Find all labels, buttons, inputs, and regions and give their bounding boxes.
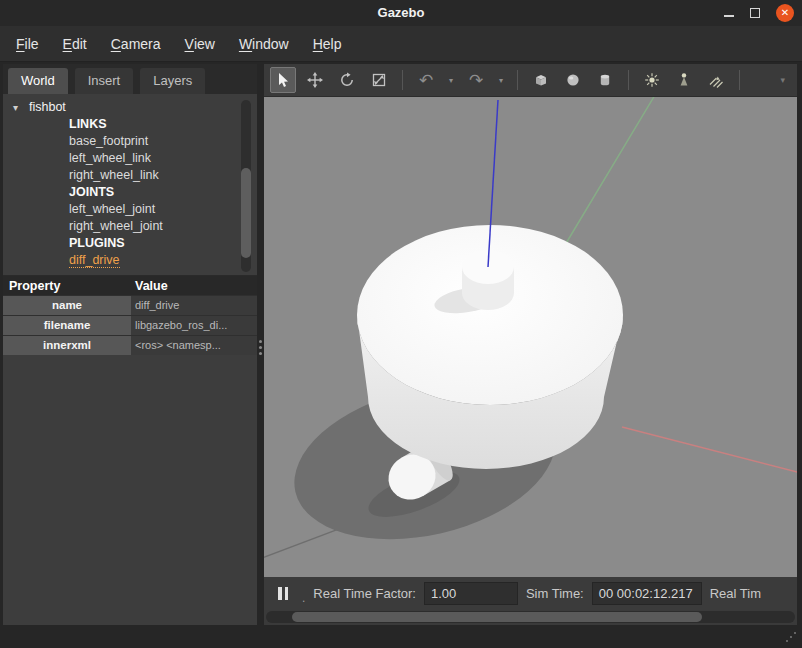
spot-light-button[interactable] (671, 67, 697, 93)
menu-edit-label: dit (72, 36, 87, 52)
table-row[interactable]: name diff_drive (3, 295, 257, 315)
insert-box-button[interactable] (528, 67, 554, 93)
menu-file[interactable]: File (4, 26, 51, 61)
tree-label: JOINTS (69, 185, 114, 199)
tree-item-fishbot[interactable]: ▾ fishbot (3, 99, 257, 116)
menu-help-label: elp (323, 36, 342, 52)
point-light-button[interactable] (639, 67, 665, 93)
tree-label: PLUGINS (69, 236, 125, 250)
toolbar-separator (739, 70, 740, 90)
tree-scrollbar-handle[interactable] (241, 168, 251, 258)
menu-file-label: ile (25, 36, 39, 52)
redo-button[interactable]: ↷ (463, 67, 489, 93)
tab-layers[interactable]: Layers (140, 68, 205, 94)
property-table: Property Value name diff_drive filename … (3, 275, 257, 355)
toolbar-separator (628, 70, 629, 90)
sim-time-label: Sim Time: (526, 586, 584, 601)
insert-cylinder-button[interactable] (592, 67, 618, 93)
property-name-cell: filename (3, 316, 131, 335)
menu-help-mnemonic: H (313, 36, 323, 52)
property-name-cell: innerxml (3, 336, 131, 355)
tree-item-left-wheel-joint[interactable]: left_wheel_joint (3, 201, 257, 218)
tab-world[interactable]: World (8, 68, 68, 94)
menu-view-mnemonic: V (185, 36, 194, 52)
tree-label: base_footprint (69, 134, 148, 148)
tree-label: right_wheel_joint (69, 219, 163, 233)
menu-edit-mnemonic: E (63, 36, 72, 52)
titlebar[interactable]: Gazebo ✕ (0, 0, 802, 26)
tree-label: diff_drive (69, 253, 120, 268)
property-column-header: Property (3, 279, 131, 293)
tree-item-plugins[interactable]: PLUGINS (3, 235, 257, 252)
tree-item-base-footprint[interactable]: base_footprint (3, 133, 257, 150)
rtf-label: Real Time Factor: (313, 586, 416, 601)
window-controls: ✕ (724, 0, 794, 26)
pause-icon (278, 587, 282, 600)
close-icon[interactable]: ✕ (776, 4, 794, 22)
tree-item-diff-drive[interactable]: diff_drive (3, 252, 257, 269)
table-row[interactable]: filename libgazebo_ros_di... (3, 315, 257, 335)
menu-view[interactable]: View (173, 26, 227, 61)
menu-edit[interactable]: Edit (51, 26, 99, 61)
pause-button[interactable] (272, 584, 294, 604)
rotate-icon (339, 72, 355, 88)
menu-help[interactable]: Help (301, 26, 354, 61)
tree-label: LINKS (69, 117, 107, 131)
table-row[interactable]: innerxml <ros> <namesp... (3, 335, 257, 355)
translate-tool-button[interactable] (302, 67, 328, 93)
menu-window[interactable]: Window (227, 26, 301, 61)
menu-camera-mnemonic: C (111, 36, 121, 52)
property-name-cell: name (3, 296, 131, 315)
tree-item-left-wheel-link[interactable]: left_wheel_link (3, 150, 257, 167)
gazebo-window: Gazebo ✕ File Edit Camera View Window He… (0, 0, 802, 648)
sim-time-value-field[interactable]: 00 00:02:12.217 (592, 582, 702, 605)
menu-view-label: iew (194, 36, 215, 52)
redo-menu-button[interactable]: ▾ (495, 76, 507, 85)
spot-light-icon (676, 72, 692, 88)
toolbar-separator (402, 70, 403, 90)
simulation-status-bar: . Real Time Factor: 1.00 Sim Time: 00 00… (264, 577, 797, 610)
undo-button[interactable]: ↶ (413, 67, 439, 93)
menubar: File Edit Camera View Window Help (0, 26, 802, 62)
maximize-icon[interactable] (750, 8, 760, 18)
cylinder-icon (597, 72, 613, 88)
viewport-toolbar: ↶ ▾ ↷ ▾ ▾ (264, 64, 797, 97)
minimize-icon[interactable] (724, 15, 734, 17)
undo-icon: ↶ (419, 72, 433, 89)
insert-sphere-button[interactable] (560, 67, 586, 93)
splitter-grip-icon (259, 340, 262, 343)
directional-light-button[interactable] (703, 67, 729, 93)
sphere-icon (565, 72, 581, 88)
scale-tool-button[interactable] (366, 67, 392, 93)
step-button[interactable]: . (302, 591, 305, 605)
tree-label: left_wheel_link (69, 151, 151, 165)
panel-splitter[interactable] (257, 64, 264, 625)
tree-item-right-wheel-link[interactable]: right_wheel_link (3, 167, 257, 184)
expand-arrow-icon[interactable]: ▾ (13, 99, 18, 116)
tree-item-fishbot-label: fishbot (29, 100, 66, 114)
rtf-value-field[interactable]: 1.00 (424, 582, 518, 605)
scale-icon (371, 72, 387, 88)
horizontal-scrollbar-handle[interactable] (292, 612, 702, 622)
menu-camera[interactable]: Camera (99, 26, 173, 61)
select-arrow-icon (275, 72, 291, 88)
viewport-horizontal-scrollbar[interactable] (266, 611, 795, 623)
window-resize-grip[interactable] (784, 630, 798, 644)
tree-label: right_wheel_link (69, 168, 159, 182)
toolbar-overflow-menu[interactable]: ▾ (780, 75, 785, 85)
left-panel: World Insert Layers ▾ fishbot LINKS base… (3, 64, 257, 625)
select-tool-button[interactable] (270, 67, 296, 93)
undo-menu-button[interactable]: ▾ (445, 76, 457, 85)
panel-tabs: World Insert Layers (3, 64, 257, 94)
rotate-tool-button[interactable] (334, 67, 360, 93)
scene-canvas[interactable] (264, 97, 797, 577)
property-value-cell: <ros> <namesp... (131, 336, 257, 355)
tab-insert[interactable]: Insert (75, 68, 134, 94)
redo-icon: ↷ (469, 72, 483, 89)
property-table-header: Property Value (3, 276, 257, 295)
tree-item-links[interactable]: LINKS (3, 116, 257, 133)
tree-label: left_wheel_joint (69, 202, 155, 216)
tree-item-joints[interactable]: JOINTS (3, 184, 257, 201)
tree-item-right-wheel-joint[interactable]: right_wheel_joint (3, 218, 257, 235)
tree-scrollbar[interactable] (241, 100, 251, 272)
